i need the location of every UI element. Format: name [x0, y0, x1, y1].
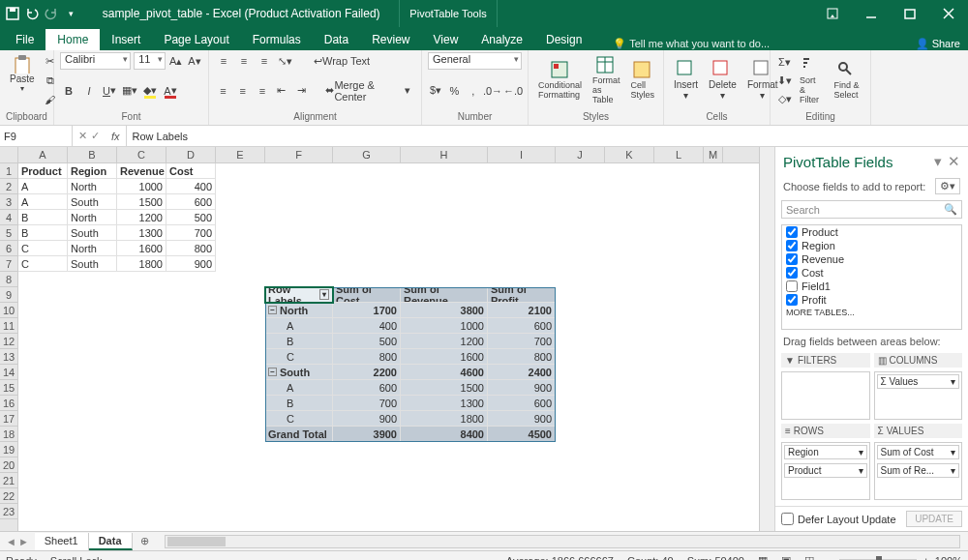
- cell[interactable]: 8400: [401, 427, 488, 442]
- cell[interactable]: A: [18, 194, 68, 210]
- cell[interactable]: 900: [488, 380, 556, 396]
- cell[interactable]: 1200: [401, 334, 488, 349]
- column-header[interactable]: I: [488, 147, 556, 162]
- qa-dropdown-icon[interactable]: ▾: [64, 7, 77, 20]
- font-color-button[interactable]: A▾: [162, 82, 179, 100]
- cell[interactable]: 1200: [117, 210, 166, 225]
- row-header[interactable]: 11: [0, 318, 17, 334]
- cell[interactable]: 600: [488, 318, 556, 334]
- cell[interactable]: C: [18, 256, 68, 272]
- cell[interactable]: 3800: [401, 303, 488, 318]
- row-header[interactable]: 10: [0, 303, 17, 318]
- cell[interactable]: A: [265, 380, 333, 396]
- fill-icon[interactable]: ⬇▾: [776, 72, 793, 89]
- cell[interactable]: 1700: [333, 303, 401, 318]
- cell[interactable]: A: [18, 179, 68, 194]
- fill-color-button[interactable]: ◆▾: [141, 82, 159, 100]
- column-header[interactable]: J: [556, 147, 605, 162]
- cell[interactable]: 2100: [488, 303, 556, 318]
- zoom-in-icon[interactable]: +: [923, 555, 928, 561]
- row-header[interactable]: 23: [0, 504, 17, 519]
- cell[interactable]: 2400: [488, 365, 556, 380]
- cell[interactable]: 4500: [488, 427, 556, 442]
- cell[interactable]: 2200: [333, 365, 401, 380]
- row-header[interactable]: 18: [0, 427, 17, 442]
- cell[interactable]: 500: [333, 334, 401, 349]
- cell[interactable]: B: [18, 210, 68, 225]
- find-select-button[interactable]: Find & Select: [830, 59, 864, 102]
- cell[interactable]: 1500: [117, 194, 166, 210]
- cell[interactable]: 400: [333, 318, 401, 334]
- column-header[interactable]: A: [18, 147, 68, 162]
- tab-data[interactable]: Data: [313, 29, 360, 50]
- cell[interactable]: 800: [488, 349, 556, 365]
- align-center-icon[interactable]: ≡: [234, 82, 251, 100]
- row-header[interactable]: 4: [0, 210, 17, 225]
- tab-home[interactable]: Home: [45, 29, 100, 50]
- cell[interactable]: 700: [333, 396, 401, 411]
- cell[interactable]: B: [265, 334, 333, 349]
- columns-zone[interactable]: Σ Values▾: [874, 371, 963, 420]
- fields-search-input[interactable]: Search 🔍: [781, 200, 962, 219]
- bold-button[interactable]: B: [60, 82, 77, 100]
- cell[interactable]: 1000: [117, 179, 166, 194]
- zoom-level[interactable]: 100%: [935, 555, 962, 561]
- sort-filter-button[interactable]: Sort & Filter: [796, 54, 827, 106]
- cell[interactable]: 600: [333, 380, 401, 396]
- indent-inc-icon[interactable]: ⇥: [293, 82, 310, 100]
- worksheet-grid[interactable]: ABCDEFGHIJKLM 12345678910111213141516171…: [0, 147, 759, 531]
- row-header[interactable]: 9: [0, 287, 17, 303]
- cell[interactable]: 1600: [401, 349, 488, 365]
- column-header[interactable]: L: [654, 147, 704, 162]
- row-header[interactable]: 13: [0, 349, 17, 365]
- cell[interactable]: North: [68, 210, 117, 225]
- underline-button[interactable]: U▾: [101, 82, 118, 100]
- row-header[interactable]: 19: [0, 442, 17, 457]
- name-box[interactable]: F9: [0, 126, 73, 146]
- cell[interactable]: Revenue: [117, 163, 166, 179]
- number-format-select[interactable]: General: [428, 52, 522, 70]
- cell[interactable]: 400: [166, 179, 216, 194]
- row-header[interactable]: 14: [0, 365, 17, 380]
- cancel-formula-icon[interactable]: ✕: [78, 130, 87, 142]
- row-header[interactable]: 16: [0, 396, 17, 411]
- gear-icon[interactable]: ⚙▾: [935, 178, 960, 194]
- italic-button[interactable]: I: [80, 82, 98, 100]
- row-header[interactable]: 22: [0, 488, 17, 504]
- cell[interactable]: South: [68, 256, 117, 272]
- tab-review[interactable]: Review: [360, 29, 421, 50]
- cell[interactable]: −South: [265, 365, 333, 380]
- cell[interactable]: 500: [166, 210, 216, 225]
- formula-input[interactable]: Row Labels: [127, 131, 968, 142]
- merge-button[interactable]: ⬌ Merge & Center ▾: [320, 82, 415, 100]
- sheet-tab[interactable]: Sheet1: [35, 533, 89, 550]
- row-header[interactable]: 3: [0, 194, 17, 210]
- cell-styles-button[interactable]: Cell Styles: [627, 59, 659, 102]
- increase-font-icon[interactable]: A▴: [168, 52, 184, 70]
- column-header[interactable]: G: [333, 147, 401, 162]
- tab-page-layout[interactable]: Page Layout: [152, 29, 240, 50]
- cell[interactable]: B: [18, 225, 68, 241]
- autosum-icon[interactable]: Σ▾: [776, 53, 793, 71]
- border-button[interactable]: ▦▾: [121, 82, 138, 100]
- minimize-icon[interactable]: [852, 0, 891, 27]
- cell[interactable]: Product: [18, 163, 68, 179]
- cell[interactable]: 1500: [401, 380, 488, 396]
- wrap-text-button[interactable]: ↩ Wrap Text: [309, 52, 375, 70]
- pane-close-icon[interactable]: ✕: [948, 153, 960, 170]
- row-header[interactable]: 15: [0, 380, 17, 396]
- conditional-formatting-button[interactable]: Conditional Formatting: [534, 59, 586, 102]
- cell[interactable]: 700: [166, 225, 216, 241]
- cell[interactable]: 900: [166, 256, 216, 272]
- update-button[interactable]: UPDATE: [906, 511, 962, 527]
- row-header[interactable]: 6: [0, 241, 17, 256]
- field-item[interactable]: Region: [782, 239, 961, 252]
- tab-file[interactable]: File: [4, 29, 45, 50]
- decrease-font-icon[interactable]: A▾: [187, 52, 202, 70]
- cell[interactable]: Sum of Revenue: [401, 287, 488, 303]
- cell[interactable]: 1000: [401, 318, 488, 334]
- paste-button[interactable]: Paste ▾: [6, 52, 39, 95]
- row-header[interactable]: 8: [0, 272, 17, 287]
- zone-item[interactable]: Region▾: [784, 445, 867, 459]
- pane-dropdown-icon[interactable]: ▾: [934, 153, 942, 170]
